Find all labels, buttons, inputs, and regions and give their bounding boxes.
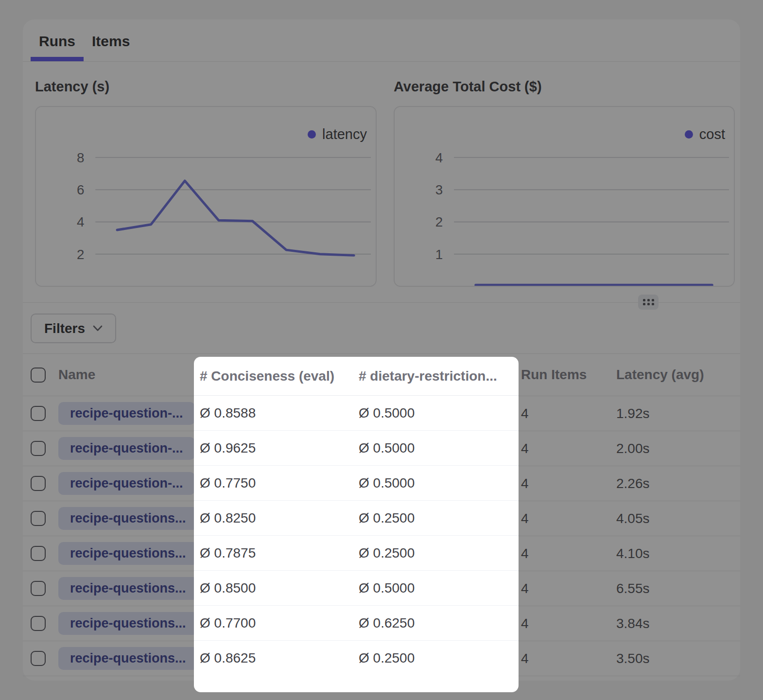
latency-avg-value: 4.05s	[616, 511, 740, 526]
run-name-badge[interactable]: recipe-questions...	[58, 542, 198, 565]
row-checkbox-cell	[23, 406, 58, 421]
run-name-cell: recipe-question-...	[58, 402, 199, 425]
column-header-name[interactable]: Name	[58, 367, 199, 383]
row-checkbox[interactable]	[31, 406, 46, 421]
dietary-restriction-value: Ø 0.5000	[359, 580, 415, 596]
row-checkbox[interactable]	[31, 581, 46, 596]
conciseness-value: Ø 0.7750	[200, 475, 256, 491]
grid-dots-icon	[643, 299, 654, 305]
row-checkbox[interactable]	[31, 651, 46, 666]
tab-runs-label: Runs	[39, 33, 75, 49]
latency-legend-label: latency	[322, 126, 367, 142]
row-checkbox-cell	[23, 616, 58, 631]
run-items-value: 4	[521, 581, 616, 596]
latency-avg-value: 2.26s	[616, 476, 740, 491]
row-checkbox-cell	[23, 546, 58, 561]
conciseness-value: Ø 0.7875	[200, 545, 256, 561]
latency-chart-panel: 2468 latency	[35, 106, 377, 287]
dietary-restriction-value: Ø 0.5000	[359, 440, 415, 456]
run-name-cell: recipe-question-...	[58, 472, 199, 495]
spotlight-row: Ø 0.7700Ø 0.6250	[194, 606, 519, 641]
tab-bar: Runs Items	[23, 19, 740, 62]
run-items-value: 4	[521, 476, 616, 491]
latency-avg-value: 3.50s	[616, 651, 740, 666]
page: Runs Items Latency (s) Average Total Cos…	[0, 0, 763, 700]
svg-text:2: 2	[435, 214, 443, 229]
svg-text:2: 2	[77, 247, 84, 262]
dietary-restriction-value: Ø 0.2500	[359, 650, 415, 666]
cost-legend: cost	[685, 126, 725, 142]
dietary-restriction-value: Ø 0.5000	[359, 405, 415, 421]
conciseness-value: Ø 0.9625	[200, 440, 256, 456]
run-name-badge[interactable]: recipe-question-...	[58, 437, 195, 460]
run-name-badge[interactable]: recipe-question-...	[58, 402, 195, 425]
run-name-badge[interactable]: recipe-questions...	[58, 647, 198, 670]
run-name-badge[interactable]: recipe-question-...	[58, 472, 195, 495]
row-checkbox-cell	[23, 441, 58, 456]
run-name-cell: recipe-questions...	[58, 647, 199, 670]
chevron-down-icon	[93, 325, 103, 332]
spotlight-row: Ø 0.9625Ø 0.5000	[194, 431, 519, 466]
row-checkbox-cell	[23, 476, 58, 491]
column-header-latency-avg[interactable]: Latency (avg)	[616, 367, 740, 383]
svg-text:4: 4	[435, 150, 443, 165]
run-name-badge[interactable]: recipe-questions...	[58, 612, 198, 635]
run-items-value: 4	[521, 511, 616, 526]
row-checkbox-cell	[23, 651, 58, 666]
select-all-checkbox[interactable]	[31, 368, 46, 383]
run-name-cell: recipe-question-...	[58, 437, 199, 460]
spotlight-row: Ø 0.8500Ø 0.5000	[194, 571, 519, 606]
filters-button-label: Filters	[44, 321, 85, 336]
spotlight-header-row: # Conciseness (eval) # dietary-restricti…	[194, 357, 519, 396]
svg-text:6: 6	[77, 182, 84, 197]
run-name-badge[interactable]: recipe-questions...	[58, 507, 198, 530]
conciseness-value: Ø 0.7700	[200, 615, 256, 631]
run-name-cell: recipe-questions...	[58, 507, 199, 530]
run-items-value: 4	[521, 441, 616, 456]
dietary-restriction-value: Ø 0.6250	[359, 615, 415, 631]
select-all-cell	[23, 368, 58, 383]
section-divider	[23, 302, 740, 303]
svg-text:3: 3	[435, 182, 443, 197]
column-header-dietary-restriction[interactable]: # dietary-restriction...	[359, 368, 497, 384]
run-name-badge[interactable]: recipe-questions...	[58, 577, 198, 600]
tab-runs[interactable]: Runs	[31, 19, 84, 61]
svg-text:1: 1	[435, 247, 443, 262]
tab-items[interactable]: Items	[84, 19, 138, 61]
cost-legend-dot-icon	[685, 130, 693, 139]
spotlight-row: Ø 0.8588Ø 0.5000	[194, 396, 519, 431]
filters-button[interactable]: Filters	[31, 314, 116, 343]
spotlight-row: Ø 0.7750Ø 0.5000	[194, 466, 519, 501]
conciseness-value: Ø 0.8588	[200, 405, 256, 421]
latency-legend-dot-icon	[308, 130, 316, 139]
row-checkbox-cell	[23, 581, 58, 596]
run-name-cell: recipe-questions...	[58, 577, 199, 600]
row-checkbox[interactable]	[31, 441, 46, 456]
run-items-value: 4	[521, 651, 616, 666]
run-items-value: 4	[521, 546, 616, 561]
row-checkbox[interactable]	[31, 511, 46, 526]
conciseness-value: Ø 0.8250	[200, 510, 256, 526]
column-header-run-items[interactable]: Run Items	[521, 367, 616, 383]
latency-avg-value: 3.84s	[616, 616, 740, 631]
svg-text:4: 4	[77, 214, 84, 229]
dietary-restriction-value: Ø 0.2500	[359, 510, 415, 526]
latency-avg-value: 6.55s	[616, 581, 740, 596]
latency-avg-value: 1.92s	[616, 406, 740, 421]
run-name-cell: recipe-questions...	[58, 612, 199, 635]
row-checkbox[interactable]	[31, 546, 46, 561]
row-checkbox[interactable]	[31, 616, 46, 631]
cost-legend-label: cost	[699, 126, 725, 142]
conciseness-value: Ø 0.8500	[200, 580, 256, 596]
run-items-value: 4	[521, 406, 616, 421]
resize-drag-handle[interactable]	[638, 295, 659, 310]
run-name-cell: recipe-questions...	[58, 542, 199, 565]
latency-legend: latency	[308, 126, 367, 142]
column-header-conciseness[interactable]: # Conciseness (eval)	[200, 368, 334, 384]
latency-avg-value: 4.10s	[616, 546, 740, 561]
svg-text:8: 8	[77, 150, 84, 165]
spotlight-row: Ø 0.8250Ø 0.2500	[194, 501, 519, 536]
row-checkbox[interactable]	[31, 476, 46, 491]
cost-chart-panel: 1234 cost	[394, 106, 735, 287]
cost-chart-title: Average Total Cost ($)	[394, 78, 542, 95]
